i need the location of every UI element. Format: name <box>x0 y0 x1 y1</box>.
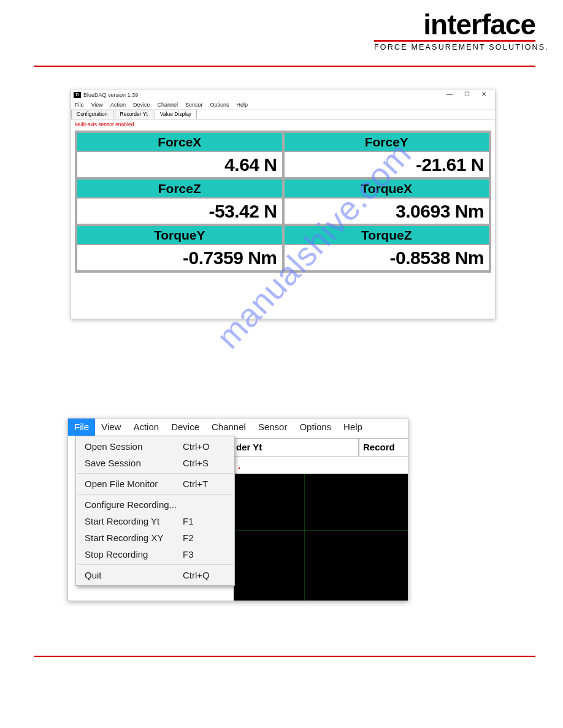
brand-logo: interface FORCE MEASUREMENT SOLUTIONS. <box>374 12 535 51</box>
menu-device[interactable]: Device <box>133 102 150 108</box>
menu-view[interactable]: View <box>95 419 127 436</box>
app-icon: D <box>74 92 81 98</box>
menuitem-label: Open Session <box>85 441 183 452</box>
label-forcey: ForceY <box>285 133 489 152</box>
window-bluedaq-value-display: D BlueDAQ version 1.39 — ☐ ✕ File View A… <box>71 89 496 319</box>
file-menu-dropdown: Open Session Ctrl+O Save Session Ctrl+S … <box>75 436 235 586</box>
menuitem-stop-recording[interactable]: Stop Recording F3 <box>76 546 234 563</box>
logo-word: interface <box>374 12 535 37</box>
cell-forcey: ForceY -21.61 N <box>283 132 491 178</box>
menuitem-label: Save Session <box>85 458 183 468</box>
tab-row: Configuration Recorder Yt Value Display <box>71 110 495 119</box>
tab-recorder-yt-partial[interactable]: der Yt <box>234 438 359 457</box>
window-title: BlueDAQ version 1.39 <box>83 92 138 98</box>
logo-tagline: FORCE MEASUREMENT SOLUTIONS. <box>374 43 535 51</box>
menu-file[interactable]: File <box>75 102 84 108</box>
menu-options[interactable]: Options <box>293 419 337 436</box>
label-forcex: ForceX <box>77 133 282 152</box>
cell-forcez: ForceZ -53.42 N <box>76 178 283 225</box>
cell-torquey: TorqueY -0.7359 Nm <box>76 225 283 271</box>
label-torquey: TorqueY <box>77 226 282 245</box>
menu-action[interactable]: Action <box>127 419 165 436</box>
menuitem-accel: F1 <box>183 516 226 526</box>
menu-sensor[interactable]: Sensor <box>185 102 203 108</box>
menu-help[interactable]: Help <box>237 102 248 108</box>
menu-options[interactable]: Options <box>210 102 229 108</box>
menuitem-accel: F2 <box>183 533 226 543</box>
menuitem-label: Configure Recording... <box>85 499 183 510</box>
menubar: File View Action Device Channel Sensor O… <box>68 419 408 436</box>
menu-help[interactable]: Help <box>337 419 369 436</box>
menuitem-accel <box>183 499 226 510</box>
menuitem-open-file-monitor[interactable]: Open File Monitor Ctrl+T <box>76 476 234 492</box>
minimize-button[interactable]: — <box>441 89 458 100</box>
menuitem-label: Start Recording XY <box>85 533 183 543</box>
label-forcez: ForceZ <box>77 180 282 199</box>
cell-torquex: TorqueX 3.0693 Nm <box>283 178 491 225</box>
menubar: File View Action Device Channel Sensor O… <box>71 100 495 110</box>
menuitem-accel: Ctrl+S <box>183 458 226 468</box>
menuitem-accel: Ctrl+Q <box>183 570 226 580</box>
menuitem-accel: F3 <box>183 549 226 559</box>
menu-view[interactable]: View <box>91 102 103 108</box>
titlebar[interactable]: D BlueDAQ version 1.39 — ☐ ✕ <box>71 89 495 100</box>
tab-record-partial[interactable]: Record <box>359 438 408 457</box>
menuitem-quit[interactable]: Quit Ctrl+Q <box>76 567 234 583</box>
menu-channel[interactable]: Channel <box>157 102 178 108</box>
menuitem-label: Stop Recording <box>85 549 183 559</box>
tab-value-display[interactable]: Value Display <box>155 110 197 119</box>
page-rule-bottom <box>34 656 535 657</box>
menuitem-label: Start Recording Yt <box>85 516 183 526</box>
close-button[interactable]: ✕ <box>475 89 492 100</box>
menu-device[interactable]: Device <box>165 419 205 436</box>
cell-torquez: TorqueZ -0.8538 Nm <box>283 225 491 271</box>
maximize-button[interactable]: ☐ <box>458 89 475 100</box>
menu-separator <box>77 564 233 565</box>
cell-forcex: ForceX 4.64 N <box>76 132 283 178</box>
status-fragment: . <box>238 460 240 471</box>
value-torquey: -0.7359 Nm <box>77 245 282 270</box>
value-forcey: -21.61 N <box>285 152 489 177</box>
value-torquex: 3.0693 Nm <box>285 199 489 224</box>
menuitem-save-session[interactable]: Save Session Ctrl+S <box>76 455 234 471</box>
menu-file[interactable]: File <box>68 419 95 436</box>
menu-channel[interactable]: Channel <box>205 419 252 436</box>
label-torquex: TorqueX <box>285 180 489 199</box>
tab-configuration[interactable]: Configuration <box>71 110 113 119</box>
plot-area[interactable] <box>234 474 408 601</box>
status-note: Multi-axis sensor enabled. <box>71 119 495 129</box>
tab-recorder-yt[interactable]: Recorder Yt <box>115 110 153 119</box>
value-forcez: -53.42 N <box>77 199 282 224</box>
page-rule-top <box>34 66 535 67</box>
label-torquez: TorqueZ <box>285 226 489 245</box>
menuitem-label: Quit <box>85 570 183 580</box>
menuitem-label: Open File Monitor <box>85 479 183 489</box>
window-file-menu-open: File View Action Device Channel Sensor O… <box>67 418 408 601</box>
tab-row-partial: der Yt Record <box>234 438 408 457</box>
menu-action[interactable]: Action <box>110 102 126 108</box>
menu-separator <box>77 494 233 495</box>
value-grid: ForceX 4.64 N ForceY -21.61 N ForceZ -53… <box>75 131 491 273</box>
menu-separator <box>77 473 233 474</box>
menuitem-start-recording-xy[interactable]: Start Recording XY F2 <box>76 529 234 546</box>
menuitem-accel: Ctrl+O <box>183 441 226 452</box>
value-forcex: 4.64 N <box>77 152 282 177</box>
menuitem-accel: Ctrl+T <box>183 479 226 489</box>
menuitem-open-session[interactable]: Open Session Ctrl+O <box>76 438 234 455</box>
menu-sensor[interactable]: Sensor <box>252 419 294 436</box>
menuitem-start-recording-yt[interactable]: Start Recording Yt F1 <box>76 513 234 529</box>
value-torquez: -0.8538 Nm <box>285 245 489 270</box>
menuitem-configure-recording[interactable]: Configure Recording... <box>76 496 234 513</box>
